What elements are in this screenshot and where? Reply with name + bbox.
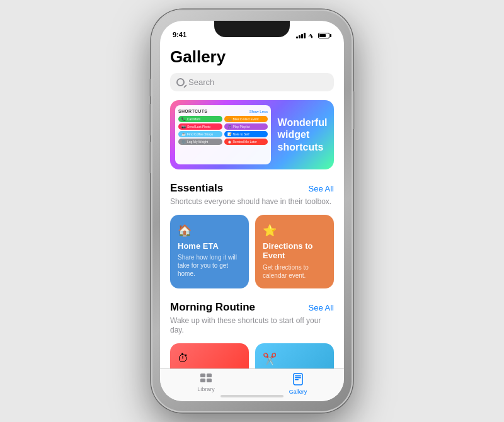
morning-cards: ⏱ ✂️	[170, 343, 334, 368]
svg-rect-6	[295, 375, 301, 377]
hero-text-area: Wonderful widget shortcuts	[271, 100, 334, 169]
wifi-icon	[308, 33, 316, 38]
essentials-subtitle: Shortcuts everyone should have in their …	[170, 197, 334, 207]
search-bar[interactable]: Search	[170, 73, 334, 91]
directions-card[interactable]: ⭐ Directions to Event Get directions to …	[255, 215, 334, 288]
home-eta-icon: 🏠	[178, 224, 241, 237]
essentials-section-header: Essentials See All	[170, 182, 334, 195]
morning-see-all[interactable]: See All	[309, 303, 334, 312]
svg-point-0	[311, 37, 312, 38]
shortcut-pill-bike[interactable]: 🚲Bike to Next Event	[224, 116, 268, 122]
notch	[214, 21, 290, 37]
home-eta-card[interactable]: 🏠 Home ETA Share how long it will take f…	[170, 215, 249, 288]
volume-down-button	[149, 142, 151, 173]
home-eta-desc: Share how long it will take for you to g…	[178, 253, 241, 280]
svg-rect-3	[200, 379, 205, 382]
status-time: 9:41	[173, 31, 186, 38]
tab-library[interactable]: Library	[160, 373, 252, 392]
directions-icon: ⭐	[263, 224, 326, 237]
morning-title: Morning Routine	[170, 301, 255, 314]
shortcut-pill-remind[interactable]: ⏰Remind Me Later	[224, 139, 268, 145]
morning-card-1[interactable]: ⏱	[170, 343, 249, 368]
shortcut-pill-call-mom[interactable]: 📞Call Mom	[178, 116, 222, 122]
directions-title: Directions to Event	[263, 241, 326, 261]
page-title: Gallery	[170, 47, 334, 67]
hero-banner[interactable]: SHORTCUTS Show Less 📞Call Mom 🚲Bike to N…	[170, 100, 334, 169]
svg-rect-4	[207, 379, 212, 382]
svg-rect-8	[295, 379, 299, 380]
shortcut-pill-weight[interactable]: ⚖️Log My Weight	[178, 139, 222, 145]
shortcut-pill-playlist[interactable]: 🎵Play Playlist	[224, 123, 268, 130]
home-eta-title: Home ETA	[178, 241, 241, 251]
morning-icon-2: ✂️	[263, 352, 326, 366]
show-less-button[interactable]: Show Less	[249, 110, 268, 113]
directions-desc: Get directions to calendar event.	[263, 263, 326, 280]
shortcut-row-3: ☕Find Coffee Shops 📝Note to Self	[178, 131, 268, 137]
phone-screen: 9:41	[160, 21, 344, 401]
shortcut-pill-photo[interactable]: 📷Send Last Photo	[178, 123, 222, 130]
library-icon	[200, 373, 212, 385]
morning-card-2[interactable]: ✂️	[255, 343, 334, 368]
shortcuts-preview: SHORTCUTS Show Less 📞Call Mom 🚲Bike to N…	[175, 105, 271, 164]
phone-frame: 9:41	[151, 9, 353, 413]
shortcuts-label: SHORTCUTS	[178, 109, 207, 113]
signal-icon	[296, 33, 306, 38]
svg-rect-7	[295, 377, 301, 379]
volume-up-button	[149, 104, 151, 135]
shortcut-pill-coffee[interactable]: ☕Find Coffee Shops	[178, 131, 222, 137]
screen-content[interactable]: Gallery Search SHORTCUTS Show Less 📞Call…	[160, 41, 344, 368]
gallery-label: Gallery	[289, 389, 307, 395]
tab-gallery[interactable]: Gallery	[252, 373, 344, 395]
signal-bar-1	[296, 37, 298, 38]
battery-tip	[330, 34, 331, 37]
shortcut-row-1: 📞Call Mom 🚲Bike to Next Event	[178, 116, 268, 122]
search-placeholder: Search	[188, 77, 214, 87]
essentials-cards: 🏠 Home ETA Share how long it will take f…	[170, 215, 334, 288]
morning-section-header: Morning Routine See All	[170, 301, 334, 314]
home-indicator	[220, 395, 284, 397]
morning-icon-1: ⏱	[178, 352, 241, 365]
battery-icon	[318, 33, 331, 38]
essentials-see-all[interactable]: See All	[309, 184, 334, 193]
morning-subtitle: Wake up with these shortcuts to start of…	[170, 316, 334, 336]
battery-body	[318, 33, 329, 38]
search-icon	[176, 78, 185, 86]
status-icons	[296, 33, 331, 38]
signal-bar-4	[304, 33, 306, 38]
essentials-title: Essentials	[170, 182, 223, 195]
signal-bar-3	[301, 34, 303, 38]
gallery-icon	[292, 373, 304, 387]
shortcut-row-2: 📷Send Last Photo 🎵Play Playlist	[178, 123, 268, 130]
svg-rect-1	[200, 374, 205, 377]
signal-bar-2	[299, 35, 301, 38]
library-label: Library	[197, 386, 215, 392]
shortcut-row-4: ⚖️Log My Weight ⏰Remind Me Later	[178, 139, 268, 145]
hero-headline: Wonderful widget shortcuts	[278, 117, 328, 153]
battery-fill	[319, 34, 326, 37]
mute-button	[149, 79, 151, 96]
svg-rect-2	[207, 374, 212, 377]
shortcuts-header: SHORTCUTS Show Less	[178, 109, 268, 113]
power-button	[353, 91, 355, 129]
shortcut-pill-note[interactable]: 📝Note to Self	[224, 131, 268, 137]
